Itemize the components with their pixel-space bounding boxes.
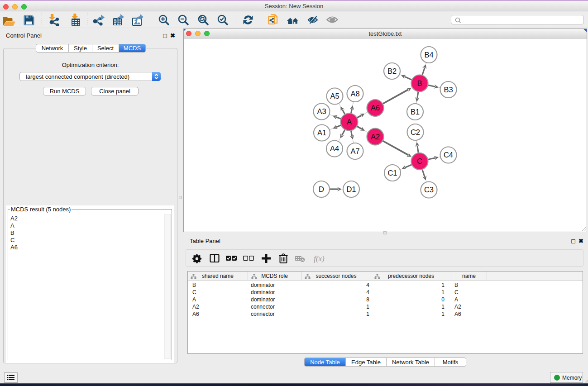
svg-text:B: B <box>417 79 422 87</box>
svg-text:B1: B1 <box>411 108 420 116</box>
svg-text:A2: A2 <box>371 133 380 141</box>
svg-text:f(x): f(x) <box>314 254 325 263</box>
svg-text:D1: D1 <box>346 185 356 193</box>
svg-text:B3: B3 <box>444 86 453 94</box>
svg-text:A7: A7 <box>350 147 359 155</box>
svg-text:B4: B4 <box>424 51 433 59</box>
svg-text:A5: A5 <box>330 92 339 100</box>
svg-text:A3: A3 <box>317 107 326 115</box>
svg-text:C2: C2 <box>411 128 420 136</box>
svg-text:A8: A8 <box>350 90 359 98</box>
svg-text:C4: C4 <box>444 151 453 159</box>
svg-text:C3: C3 <box>424 186 434 194</box>
svg-text:C: C <box>417 157 422 165</box>
svg-text:C1: C1 <box>387 169 397 177</box>
svg-text:A: A <box>347 118 352 126</box>
svg-text:A1: A1 <box>317 129 326 137</box>
svg-text:B2: B2 <box>387 67 397 75</box>
svg-text:D: D <box>319 185 324 193</box>
svg-text:A6: A6 <box>371 104 380 112</box>
svg-text:A4: A4 <box>330 144 339 152</box>
